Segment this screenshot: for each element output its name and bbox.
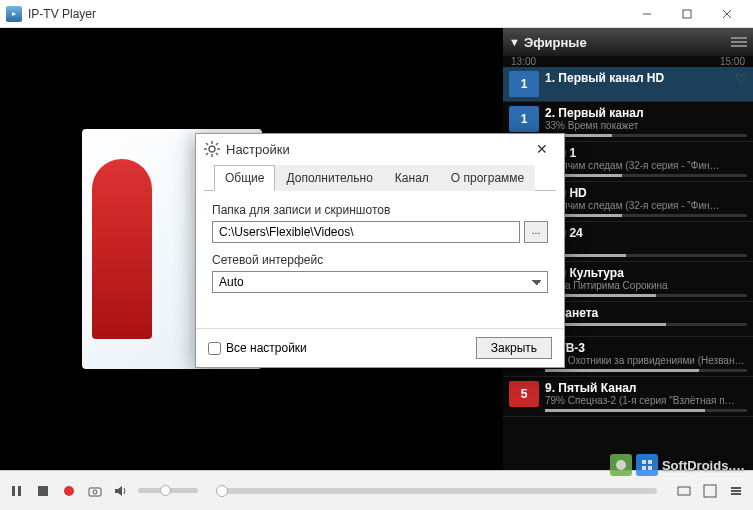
window-titlebar: ▸ IP-TV Player [0,0,753,28]
svg-point-9 [93,490,97,494]
dialog-titlebar: Настройки ✕ [196,134,564,164]
window-controls [627,1,747,27]
maximize-button[interactable] [667,1,707,27]
stop-button[interactable] [34,482,52,500]
svg-rect-29 [648,466,652,470]
iface-select[interactable]: Auto [212,271,548,293]
svg-rect-27 [648,460,652,464]
sidebar-title: Эфирные [524,35,587,50]
channel-progress [545,254,747,257]
collapse-icon: ▼ [509,36,520,48]
svg-line-24 [216,143,218,145]
dialog-title: Настройки [226,142,290,157]
channel-program: горячим следам (32-я серия - "Фин… [545,160,747,171]
svg-rect-1 [683,10,691,18]
tab-general[interactable]: Общие [214,165,275,191]
channel-name: сия Культура [545,266,747,280]
svg-line-21 [206,143,208,145]
watermark: SoftDroids.… [610,454,745,476]
dialog-close-button[interactable]: Закрыть [476,337,552,359]
channel-name: 2. Первый канал [545,106,747,120]
svg-rect-8 [89,488,101,496]
favorite-icon[interactable]: ♡ [735,71,747,86]
menu-icon[interactable] [731,37,747,47]
svg-rect-26 [642,460,646,464]
channel-info: сия 1 горячим следам (32-я серия - "Фин… [545,146,747,177]
svg-rect-11 [678,487,690,495]
windows-icon [636,454,658,476]
channel-item[interactable]: 5 9. Пятый Канал 79% Спецназ-2 (1-я сери… [503,377,753,417]
channel-progress [545,294,747,297]
channel-info: 8. ТВ-3 76% Охотники за привидениями (Не… [545,341,747,372]
watermark-text: SoftDroids.… [662,458,745,473]
channel-progress [545,174,747,177]
tab-about[interactable]: О программе [440,165,535,191]
channel-info: сия HD горячим следам (32-я серия - "Фин… [545,186,747,217]
dialog-footer: Все настройки Закрыть [196,328,564,367]
channel-logo: 1 [509,71,539,97]
svg-point-16 [209,146,215,152]
player-controls [0,470,753,510]
record-button[interactable] [60,482,78,500]
channel-progress [545,323,747,326]
channel-info: -Планета [545,306,747,332]
all-settings-checkbox[interactable]: Все настройки [208,341,307,355]
all-settings-label: Все настройки [226,341,307,355]
channel-name: 9. Пятый Канал [545,381,747,395]
channel-info: 2. Первый канал 33% Время покажет [545,106,747,137]
channel-program: 79% Спецназ-2 (1-я серия "Взлётная п… [545,395,747,406]
app-title: IP-TV Player [28,7,96,21]
channel-program: итеза Питирима Сорокина [545,280,747,291]
channel-name: сия 1 [545,146,747,160]
svg-point-7 [64,486,74,496]
channel-logo: 5 [509,381,539,407]
dialog-tabs: Общие Дополнительно Канал О программе [204,164,556,191]
dialog-close-icon[interactable]: ✕ [528,141,556,157]
channel-info: 1. Первый канал HD [545,71,747,97]
channel-name: 8. ТВ-3 [545,341,747,355]
channel-name: сия 24 [545,226,747,240]
folder-input[interactable] [212,221,520,243]
channel-program: 76% Охотники за привидениями (Незван… [545,355,747,366]
svg-rect-4 [12,486,15,496]
tab-channel[interactable]: Канал [384,165,440,191]
playlist-button[interactable] [727,482,745,500]
sidebar-header[interactable]: ▼ Эфирные [503,28,753,56]
pause-button[interactable] [8,482,26,500]
folder-label: Папка для записи и скриншотов [212,203,548,217]
svg-rect-5 [18,486,21,496]
volume-slider[interactable] [138,488,198,493]
all-settings-check[interactable] [208,342,221,355]
channel-progress [545,134,747,137]
channel-item[interactable]: 1 1. Первый канал HD ♡ [503,67,753,102]
svg-line-22 [216,153,218,155]
channel-program: 33% Время покажет [545,120,747,131]
channel-program: и [545,240,747,251]
close-button[interactable] [707,1,747,27]
snapshot-button[interactable] [86,482,104,500]
channel-info: сия 24 и [545,226,747,257]
iface-label: Сетевой интерфейс [212,253,548,267]
seek-bar[interactable] [216,488,657,494]
svg-rect-28 [642,466,646,470]
timeline-row: 13:00 15:00 [503,56,753,67]
android-icon [610,454,632,476]
gear-icon [204,141,220,157]
fullscreen-button[interactable] [701,482,719,500]
browse-button[interactable]: ... [524,221,548,243]
channel-name: сия HD [545,186,747,200]
channel-progress [545,409,747,412]
channel-logo: 1 [509,106,539,132]
app-icon: ▸ [6,6,22,22]
tab-advanced[interactable]: Дополнительно [275,165,383,191]
minimize-button[interactable] [627,1,667,27]
channel-name: -Планета [545,306,747,320]
volume-icon[interactable] [112,482,130,500]
svg-marker-10 [115,486,122,496]
settings-dialog: Настройки ✕ Общие Дополнительно Канал О … [195,133,565,368]
svg-point-25 [616,460,626,470]
aspect-button[interactable] [675,482,693,500]
channel-progress [545,214,747,217]
channel-program: горячим следам (32-я серия - "Фин… [545,200,747,211]
channel-info: 9. Пятый Канал 79% Спецназ-2 (1-я серия … [545,381,747,412]
